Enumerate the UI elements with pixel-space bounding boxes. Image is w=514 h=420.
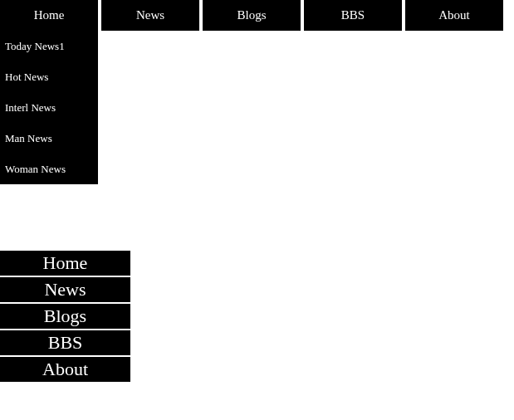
bottom-nav-news[interactable]: News <box>0 277 130 302</box>
bottom-nav-blogs[interactable]: Blogs <box>0 304 130 329</box>
bottom-nav-bbs[interactable]: BBS <box>0 330 130 355</box>
submenu-today-news1[interactable]: Today News1 <box>0 31 98 61</box>
submenu-interl-news[interactable]: Interl News <box>0 92 98 123</box>
bottom-nav: Home News Blogs BBS About <box>0 251 130 382</box>
nav-home[interactable]: Home <box>0 0 98 31</box>
bottom-nav-about[interactable]: About <box>0 357 130 382</box>
nav-bbs[interactable]: BBS <box>304 0 402 31</box>
top-nav: Home News Blogs BBS About <box>0 0 514 31</box>
submenu-man-news[interactable]: Man News <box>0 123 98 154</box>
bottom-nav-home[interactable]: Home <box>0 251 130 276</box>
nav-about[interactable]: About <box>405 0 503 31</box>
spacer <box>0 184 514 251</box>
news-submenu: Today News1 Hot News Interl News Man New… <box>0 31 98 184</box>
submenu-woman-news[interactable]: Woman News <box>0 154 98 184</box>
nav-blogs[interactable]: Blogs <box>203 0 301 31</box>
nav-news[interactable]: News <box>101 0 199 31</box>
submenu-hot-news[interactable]: Hot News <box>0 61 98 92</box>
